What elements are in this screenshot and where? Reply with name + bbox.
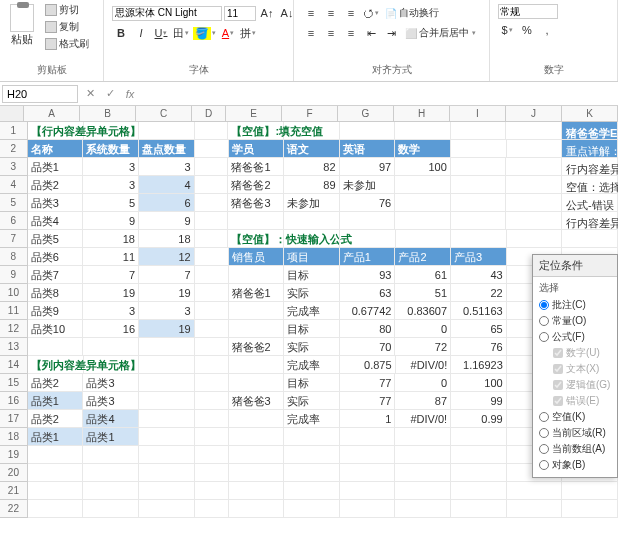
- cell[interactable]: 5: [83, 194, 139, 212]
- formula-input[interactable]: [140, 86, 618, 102]
- cell[interactable]: 品类7: [28, 266, 84, 284]
- goto-blanks[interactable]: 空值(K): [539, 409, 611, 425]
- cell[interactable]: [451, 230, 507, 248]
- cell[interactable]: [195, 212, 229, 230]
- cell[interactable]: [284, 230, 340, 248]
- cell[interactable]: [195, 338, 229, 356]
- goto-objects[interactable]: 对象(B): [539, 457, 611, 473]
- cell[interactable]: [506, 212, 562, 230]
- cell[interactable]: [229, 446, 285, 464]
- col-header-D[interactable]: D: [192, 106, 226, 121]
- row-header-9[interactable]: 9: [0, 266, 28, 284]
- cell[interactable]: 70: [340, 338, 396, 356]
- cell[interactable]: [506, 194, 562, 212]
- cell[interactable]: 项目: [284, 248, 340, 266]
- cell[interactable]: [195, 428, 229, 446]
- cell[interactable]: 99: [451, 392, 507, 410]
- cell[interactable]: 0.99: [451, 410, 507, 428]
- row-header-4[interactable]: 4: [0, 176, 28, 194]
- cell[interactable]: 猪爸爸3: [229, 392, 285, 410]
- cell[interactable]: 18: [139, 230, 195, 248]
- goto-comments[interactable]: 批注(C): [539, 297, 611, 313]
- cell[interactable]: 19: [139, 284, 195, 302]
- cell[interactable]: 0.83607: [395, 302, 451, 320]
- cell[interactable]: 7: [139, 266, 195, 284]
- cell[interactable]: 3: [139, 302, 195, 320]
- wrap-text-button[interactable]: 📄自动换行: [382, 5, 442, 21]
- row-header-17[interactable]: 17: [0, 410, 28, 428]
- cell[interactable]: 【列内容差异单元格】: [28, 356, 84, 374]
- cell[interactable]: [340, 500, 396, 518]
- cell[interactable]: [229, 464, 285, 482]
- cell[interactable]: 0.51163: [451, 302, 507, 320]
- goto-numbers[interactable]: 数字(U): [553, 345, 611, 361]
- cell[interactable]: [139, 464, 195, 482]
- italic-button[interactable]: I: [132, 24, 150, 42]
- row-header-22[interactable]: 22: [0, 500, 28, 518]
- cell[interactable]: [451, 176, 507, 194]
- cell[interactable]: [340, 230, 396, 248]
- cell[interactable]: 未参加: [340, 176, 396, 194]
- cell[interactable]: 品类1: [83, 428, 139, 446]
- cell[interactable]: 完成率: [284, 356, 340, 374]
- cell[interactable]: [28, 464, 84, 482]
- cell[interactable]: [284, 464, 340, 482]
- row-header-20[interactable]: 20: [0, 464, 28, 482]
- row-header-16[interactable]: 16: [0, 392, 28, 410]
- cell[interactable]: [229, 320, 285, 338]
- cell[interactable]: 0: [395, 374, 451, 392]
- cell[interactable]: [506, 122, 562, 140]
- currency-button[interactable]: $: [498, 21, 516, 39]
- cell[interactable]: [195, 248, 229, 266]
- cell[interactable]: [139, 392, 195, 410]
- cell[interactable]: [451, 500, 507, 518]
- cell[interactable]: [139, 410, 195, 428]
- cell[interactable]: 76: [340, 194, 396, 212]
- cell[interactable]: [139, 500, 195, 518]
- col-header-C[interactable]: C: [136, 106, 192, 121]
- cell[interactable]: [195, 374, 229, 392]
- cell[interactable]: [229, 356, 285, 374]
- cell[interactable]: 22: [451, 284, 507, 302]
- cell[interactable]: [229, 410, 285, 428]
- cell[interactable]: [83, 446, 139, 464]
- cell[interactable]: 61: [395, 266, 451, 284]
- cell[interactable]: 学员: [229, 140, 285, 158]
- cell[interactable]: [195, 410, 229, 428]
- align-left-button[interactable]: ≡: [302, 24, 320, 42]
- cell[interactable]: [562, 500, 618, 518]
- cell[interactable]: [83, 482, 139, 500]
- cell[interactable]: [139, 338, 195, 356]
- cell[interactable]: [507, 140, 563, 158]
- font-family-select[interactable]: [112, 6, 222, 21]
- goto-array[interactable]: 当前数组(A): [539, 441, 611, 457]
- cell[interactable]: [395, 500, 451, 518]
- merge-button[interactable]: ⬜合并后居中: [402, 25, 479, 41]
- cell[interactable]: [139, 482, 195, 500]
- fill-color-button[interactable]: 🪣: [192, 24, 217, 42]
- row-header-6[interactable]: 6: [0, 212, 28, 230]
- cell[interactable]: [139, 374, 195, 392]
- align-center-button[interactable]: ≡: [322, 24, 340, 42]
- select-all-corner[interactable]: [0, 106, 24, 121]
- row-header-14[interactable]: 14: [0, 356, 28, 374]
- row-header-10[interactable]: 10: [0, 284, 28, 302]
- cell[interactable]: [396, 230, 452, 248]
- cell[interactable]: 品类9: [28, 302, 84, 320]
- cell[interactable]: 数学: [395, 140, 451, 158]
- cell[interactable]: [195, 446, 229, 464]
- row-header-13[interactable]: 13: [0, 338, 28, 356]
- indent-inc-button[interactable]: ⇥: [382, 24, 400, 42]
- cell[interactable]: 4: [139, 176, 195, 194]
- cell[interactable]: 63: [340, 284, 396, 302]
- cell[interactable]: 目标: [284, 374, 340, 392]
- cell[interactable]: 77: [340, 374, 396, 392]
- cell[interactable]: 9: [83, 212, 139, 230]
- cell[interactable]: 0.875: [340, 356, 396, 374]
- orientation-button[interactable]: ⭯: [362, 4, 380, 22]
- cell[interactable]: [284, 212, 340, 230]
- cell[interactable]: [229, 302, 285, 320]
- goto-logical[interactable]: 逻辑值(G): [553, 377, 611, 393]
- cell[interactable]: [195, 284, 229, 302]
- row-header-15[interactable]: 15: [0, 374, 28, 392]
